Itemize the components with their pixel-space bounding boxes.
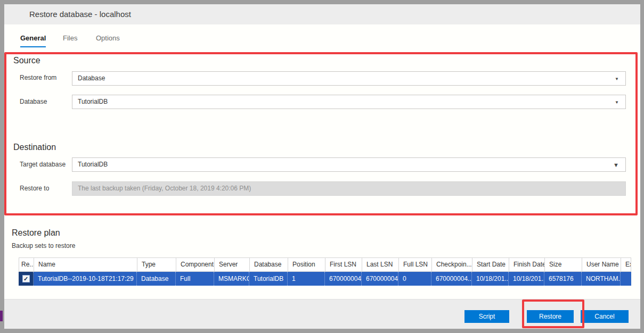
background-statusbar-fragment — [0, 311, 3, 321]
table-header-row: Re... Name Type Component Server Databas… — [19, 257, 631, 272]
col-header-last-lsn[interactable]: Last LSN — [362, 258, 399, 271]
cell-size: 6578176 — [544, 272, 582, 286]
cell-finish-date: 10/18/201... — [509, 272, 544, 286]
target-database-value: TutorialDB — [78, 158, 108, 171]
row-checkbox-cell: ✓ — [19, 272, 34, 286]
target-database-dropdown[interactable]: TutorialDB ▼ — [72, 157, 626, 172]
restore-to-field: The last backup taken (Friday, October 1… — [72, 181, 626, 196]
target-database-label: Target database — [20, 161, 66, 168]
chevron-down-icon: ▼ — [613, 162, 619, 168]
cell-expiration — [621, 272, 631, 286]
tab-files[interactable]: Files — [63, 34, 77, 46]
tab-bar: General Files Options — [4, 31, 640, 51]
cell-server: MSMARKG — [214, 272, 249, 286]
cell-component: Full — [176, 272, 214, 286]
col-header-component[interactable]: Component — [176, 258, 215, 271]
dialog-title: Restore database - localhost — [29, 4, 131, 24]
screenshot-frame: Restore database - localhost General Fil… — [0, 0, 644, 333]
backup-sets-label: Backup sets to restore — [12, 242, 75, 249]
checkmark-icon: ✓ — [23, 272, 28, 286]
restore-from-dropdown[interactable]: Database ▼ — [72, 71, 626, 86]
source-section-heading: Source — [13, 56, 40, 65]
cell-first-lsn: 670000004... — [325, 272, 362, 286]
restore-database-dialog: Restore database - localhost General Fil… — [4, 4, 640, 329]
col-header-expiration[interactable]: Ex — [621, 258, 631, 271]
col-header-name[interactable]: Name — [34, 258, 137, 271]
col-header-start-date[interactable]: Start Date — [472, 258, 509, 271]
restore-to-label: Restore to — [20, 185, 49, 192]
col-header-full-lsn[interactable]: Full LSN — [399, 258, 432, 271]
table-row[interactable]: ✓ TutorialDB--2019-10-18T21:17:29 Databa… — [19, 272, 631, 286]
chevron-down-icon: ▼ — [615, 99, 619, 104]
restore-button[interactable]: Restore — [527, 310, 574, 323]
restore-from-value: Database — [78, 72, 105, 85]
script-button[interactable]: Script — [464, 310, 509, 323]
col-header-restore[interactable]: Re... — [19, 258, 34, 271]
cell-name: TutorialDB--2019-10-18T21:17:29 — [34, 272, 137, 286]
col-header-size[interactable]: Size — [545, 258, 582, 271]
restore-from-label: Restore from — [20, 74, 56, 81]
restore-to-value: The last backup taken (Friday, October 1… — [78, 182, 251, 195]
tab-options[interactable]: Options — [96, 34, 120, 46]
backup-sets-table: Re... Name Type Component Server Databas… — [19, 257, 631, 286]
cell-start-date: 10/18/201... — [472, 272, 509, 286]
col-header-first-lsn[interactable]: First LSN — [325, 258, 362, 271]
database-label: Database — [20, 98, 47, 105]
col-header-checkpoint[interactable]: Checkpoin... — [432, 258, 472, 271]
restore-plan-heading: Restore plan — [12, 228, 60, 238]
col-header-position[interactable]: Position — [288, 258, 325, 271]
cell-database: TutorialDB — [249, 272, 288, 286]
cell-full-lsn: 0 — [398, 272, 431, 286]
cell-user-name: NORTHAM... — [582, 272, 621, 286]
cancel-button[interactable]: Cancel — [581, 310, 629, 323]
chevron-down-icon: ▼ — [615, 76, 619, 81]
destination-section-heading: Destination — [13, 143, 56, 152]
database-value: TutorialDB — [78, 95, 108, 109]
dialog-footer: Script Restore Cancel — [4, 299, 640, 329]
cell-last-lsn: 670000004... — [362, 272, 398, 286]
tab-general[interactable]: General — [20, 34, 46, 47]
row-checkbox[interactable]: ✓ — [22, 275, 30, 282]
col-header-user-name[interactable]: User Name — [582, 258, 621, 271]
cell-type: Database — [137, 272, 176, 286]
dialog-titlebar: Restore database - localhost — [4, 4, 640, 24]
col-header-database[interactable]: Database — [250, 258, 288, 271]
col-header-type[interactable]: Type — [137, 258, 176, 271]
cell-position: 1 — [288, 272, 325, 286]
database-dropdown[interactable]: TutorialDB ▼ — [72, 95, 626, 109]
cell-checkpoint: 670000004... — [431, 272, 472, 286]
col-header-server[interactable]: Server — [215, 258, 250, 271]
col-header-finish-date[interactable]: Finish Date — [509, 258, 545, 271]
